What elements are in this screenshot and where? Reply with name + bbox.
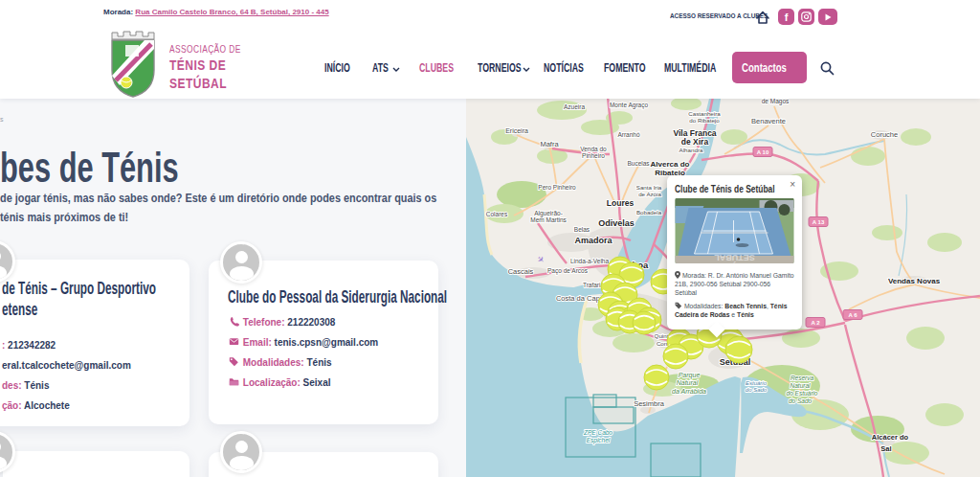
svg-text:A 13: A 13 [813,219,825,225]
svg-text:Espichel: Espichel [587,437,611,444]
club-phone-row: : 212342282 [2,340,56,351]
svg-text:Sesimbra: Sesimbra [634,399,665,408]
contacts-button[interactable]: Contactos [732,52,807,83]
intro-line2: ténis mais próximos de ti! [0,211,147,224]
folder-icon [228,376,240,387]
svg-text:ZPE Cabo: ZPE Cabo [583,429,612,436]
club-email-row: Email: tenis.cpsn@gmail.com [228,336,378,348]
club-card-title: Clube do Pessoal da Siderurgia Nacional [228,286,582,307]
address-bar: Morada: Rua Camilo Castelo Branco, 64 B,… [103,8,329,16]
svg-text:Colares: Colares [486,211,508,217]
svg-text:Mafra: Mafra [540,140,559,148]
svg-text:Bobadela: Bobadela [636,209,662,216]
club-location-row: ção: Alcochete [2,400,70,411]
club-phone-row: Telefone: 212220308 [228,316,335,328]
tennis-ball-marker[interactable] [725,336,752,363]
tag-icon [228,356,240,367]
intro-line1: de jogar ténis, mas não sabes onde? Este… [0,192,501,205]
svg-text:Alcácer do: Alcácer do [872,433,909,442]
svg-text:Sal: Sal [880,444,891,453]
close-icon[interactable]: × [790,180,795,190]
svg-text:A 6: A 6 [848,312,858,318]
svg-text:de Azóia: de Azóia [638,191,661,197]
svg-text:A 2: A 2 [811,320,820,326]
nav-inicio[interactable]: INÍCIO [324,61,361,75]
svg-text:Mem Martins: Mem Martins [530,216,567,223]
svg-text:Bucelas: Bucelas [627,160,650,167]
svg-text:Loures: Loures [607,198,635,208]
svg-text:Ericeira: Ericeira [505,127,528,134]
popup-modalities: Modalidades: Beach Tennis, Ténis Cadeira… [675,302,794,319]
svg-text:Natural: Natural [677,379,699,386]
svg-text:Estuário: Estuário [746,380,768,386]
search-icon[interactable] [819,60,835,77]
envelope-icon [228,336,240,347]
avatar [220,431,262,473]
popup-title: Clube de Ténis de Setúbal [675,183,775,194]
svg-text:de Xira: de Xira [681,137,709,147]
pin-icon [675,271,680,279]
svg-text:Castanheira: Castanheira [688,110,721,117]
tennis-ball-marker[interactable] [663,344,688,369]
svg-text:do Ribatejo: do Ribatejo [689,117,720,124]
header: Morada: Rua Camilo Castelo Branco, 64 B,… [0,0,980,99]
popup-address: Morada: R. Dr. António Manuel Gamito 21B… [675,271,794,298]
instagram-icon[interactable] [798,9,814,25]
svg-text:Azueira: Azueira [564,103,585,110]
address-link[interactable]: Rua Camilo Castelo Branco, 64 B, Setúbal… [135,8,328,16]
svg-text:Alverca do: Alverca do [651,160,690,169]
chevron-down-icon [392,67,400,72]
chevron-down-icon [523,67,530,72]
nav-fomento[interactable]: FOMENTO [604,61,663,75]
phone-icon [228,316,240,327]
svg-text:Belas: Belas [574,226,590,233]
svg-text:Natural: Natural [791,382,812,389]
logo-text-line1: ASSOCIAÇÃO DE [169,43,258,55]
logo-text-line3: SETÚBAL [169,75,241,91]
club-card-title-line2: etense [2,299,59,320]
svg-text:A 10: A 10 [757,149,769,155]
svg-text:Alhandra: Alhandra [679,147,703,153]
svg-text:Linda-a-Velha: Linda-a-Velha [570,258,609,264]
logo-text-line2: TÉNIS DE [169,57,240,73]
map-popup: Clube de Ténis de Setúbal × SETÚBAL Mora… [667,175,802,329]
svg-text:de Magos: de Magos [762,99,790,105]
breadcrumb: s [0,116,4,123]
svg-text:Venda do: Venda do [580,146,607,152]
svg-text:do Estuário: do Estuário [787,390,818,397]
svg-text:Parque: Parque [679,372,701,379]
nav-multimedia[interactable]: MULTIMÉDIA [664,61,739,75]
svg-text:do Sado: do Sado [789,398,813,404]
svg-text:Amadora: Amadora [574,236,612,245]
svg-text:Pero Pinheiro: Pero Pinheiro [538,184,576,191]
svg-text:Cascais: Cascais [508,267,534,276]
youtube-icon[interactable] [818,9,837,25]
club-card[interactable] [3,451,189,477]
svg-text:do Sado: do Sado [746,387,768,393]
svg-text:Pinheiro: Pinheiro [582,152,605,159]
svg-text:Coruche: Coruche [871,130,898,139]
club-email-row: eral.tcalcochete@gmail.com [2,360,131,371]
svg-text:Vendas Novas: Vendas Novas [888,277,941,285]
svg-text:Paço de Arcos: Paço de Arcos [547,267,589,275]
tennis-ball-marker[interactable] [644,365,669,390]
address-label: Morada: [103,8,133,16]
svg-text:SETÚBAL: SETÚBAL [714,253,755,263]
svg-text:Arranhó: Arranhó [617,131,640,138]
club-card-title-line1: de Ténis – Grupo Desportivo [2,278,251,299]
svg-text:Santa Iria: Santa Iria [636,184,662,191]
nav-torneios[interactable]: TORNEIOS [478,61,540,75]
club-location-row: Localização: Seixal [228,376,331,388]
svg-text:da Arrábida: da Arrábida [672,388,706,395]
club-modalities-row: des: Ténis [2,380,49,391]
page-title: bes de Ténis [0,144,256,192]
home-icon[interactable] [755,10,770,25]
svg-text:Reserva: Reserva [791,375,814,381]
svg-text:Monte Agraço: Monte Agraço [610,102,648,109]
svg-text:Odivelas: Odivelas [598,218,635,228]
facebook-icon[interactable]: f [778,9,794,25]
club-crest-logo[interactable] [104,30,162,99]
nav-noticias[interactable]: NOTÍCIAS [544,61,601,75]
tennis-ball-marker[interactable] [633,311,656,334]
nav-clubes[interactable]: CLUBES [419,61,468,75]
